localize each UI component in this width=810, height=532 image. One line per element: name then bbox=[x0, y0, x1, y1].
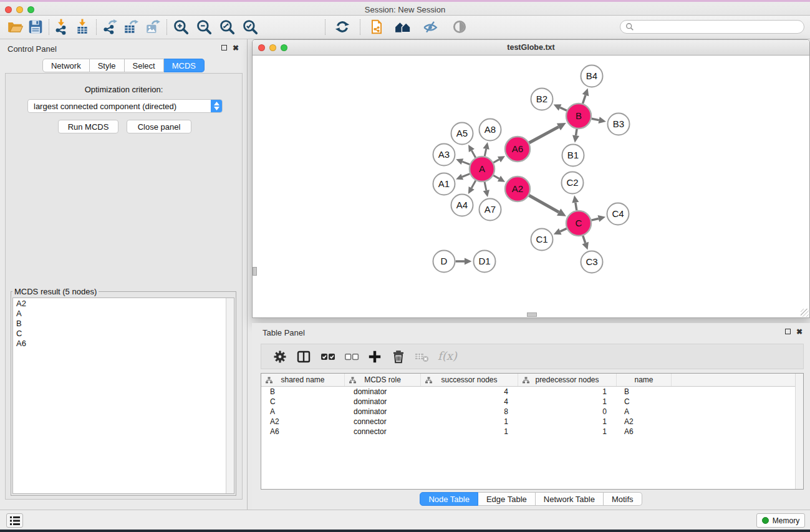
home-icon[interactable] bbox=[395, 19, 411, 35]
graph-edge-B-B4[interactable] bbox=[583, 95, 586, 104]
graph-edge-B-B3[interactable] bbox=[592, 118, 599, 120]
result-list-item[interactable]: A6 bbox=[13, 338, 234, 348]
list-icon bbox=[10, 516, 20, 525]
graph-edge-A-A6[interactable] bbox=[493, 160, 499, 163]
window-resize-grip[interactable] bbox=[801, 309, 809, 317]
app-titlebar[interactable]: Session: New Session bbox=[0, 0, 810, 16]
add-column-icon[interactable] bbox=[367, 349, 382, 364]
graph-node-label: D bbox=[441, 256, 448, 266]
graph-edge-arrowhead bbox=[572, 195, 579, 203]
graph-edge-A-A2[interactable] bbox=[493, 175, 499, 178]
table-row[interactable]: A6connector11A6 bbox=[261, 427, 803, 437]
graph-edge-A-A5[interactable] bbox=[471, 150, 475, 157]
split-columns-icon[interactable] bbox=[296, 349, 311, 364]
import-table-icon[interactable] bbox=[74, 19, 90, 35]
refresh-view-icon[interactable] bbox=[334, 19, 350, 35]
export-image-icon[interactable] bbox=[145, 19, 161, 35]
open-file-icon[interactable] bbox=[7, 19, 23, 35]
network-horizontal-scrollbar[interactable] bbox=[527, 312, 537, 317]
result-list-item[interactable]: B bbox=[13, 318, 234, 328]
graph-node-label: A6 bbox=[512, 143, 523, 154]
network-graph: B4B2BB3A8A5A6A3B1AA1C2A2A4A7C4CC1C3DD1 bbox=[253, 56, 809, 317]
column-sort-icon bbox=[425, 377, 432, 384]
result-list-item[interactable]: C bbox=[13, 328, 234, 338]
table-cell: 1 bbox=[518, 387, 617, 396]
task-history-button[interactable] bbox=[6, 513, 23, 528]
run-mcds-button[interactable]: Run MCDS bbox=[58, 120, 118, 133]
zoom-out-icon[interactable] bbox=[196, 19, 212, 35]
graph-edge-C-C1[interactable] bbox=[560, 228, 566, 231]
table-cell: C bbox=[617, 397, 672, 406]
result-list-scrollbar[interactable] bbox=[226, 298, 234, 493]
table-scrollbar[interactable] bbox=[795, 374, 803, 489]
tab-mcds[interactable]: MCDS bbox=[164, 59, 205, 72]
tab-edge-table[interactable]: Edge Table bbox=[478, 492, 536, 506]
control-panel: Control Panel ✖ Network Style Select MCD… bbox=[0, 39, 248, 510]
close-table-panel-icon[interactable]: ✖ bbox=[796, 329, 803, 336]
delete-table-icon-disabled bbox=[415, 349, 430, 364]
memory-button[interactable]: Memory bbox=[756, 513, 805, 528]
settings-gear-icon[interactable] bbox=[272, 349, 287, 364]
select-all-checked-icon[interactable] bbox=[321, 349, 335, 364]
hide-glasses-icon[interactable] bbox=[422, 19, 438, 35]
column-header-MCDS-role[interactable]: MCDS role bbox=[345, 374, 421, 386]
float-panel-icon[interactable] bbox=[220, 45, 228, 52]
float-table-panel-icon[interactable] bbox=[784, 329, 791, 336]
graph-node-label: A7 bbox=[485, 204, 496, 215]
result-list-item[interactable]: A2 bbox=[13, 298, 234, 308]
graph-edge-A-A7[interactable] bbox=[485, 182, 486, 191]
zoom-fit-icon[interactable] bbox=[219, 19, 235, 35]
import-network-icon[interactable] bbox=[53, 19, 69, 35]
lens-icon[interactable] bbox=[451, 19, 468, 35]
column-header-shared-name[interactable]: shared name bbox=[261, 374, 345, 386]
delete-column-icon[interactable] bbox=[391, 349, 406, 364]
tab-select[interactable]: Select bbox=[125, 59, 164, 72]
result-list-item[interactable]: A bbox=[13, 308, 234, 318]
mcds-result-list[interactable]: A2ABCA6 bbox=[12, 297, 234, 494]
deselect-all-icon[interactable] bbox=[344, 349, 359, 364]
column-header-successor-nodes[interactable]: successor nodes bbox=[421, 374, 518, 386]
network-canvas[interactable]: B4B2BB3A8A5A6A3B1AA1C2A2A4A7C4CC1C3DD1 bbox=[253, 56, 809, 317]
graph-edge-C-C2[interactable] bbox=[576, 203, 577, 211]
table-row[interactable]: Cdominator41C bbox=[261, 397, 803, 407]
save-session-icon[interactable] bbox=[27, 19, 44, 35]
graph-edge-A-A1[interactable] bbox=[462, 174, 470, 177]
tab-network-table[interactable]: Network Table bbox=[536, 492, 604, 506]
column-header-name[interactable]: name bbox=[617, 374, 672, 386]
graph-edge-B-B1[interactable] bbox=[576, 129, 577, 135]
tab-node-table[interactable]: Node Table bbox=[420, 492, 478, 506]
criterion-dropdown[interactable]: largest connected component (directed) bbox=[27, 99, 223, 113]
tab-style[interactable]: Style bbox=[90, 59, 125, 72]
graph-edge-C-C3[interactable] bbox=[583, 236, 586, 243]
graph-edge-A-A8[interactable] bbox=[485, 149, 486, 157]
control-panel-header: Control Panel ✖ bbox=[0, 39, 247, 57]
network-window-titlebar[interactable]: testGlobe.txt bbox=[253, 40, 809, 56]
control-panel-tabs: Network Style Select MCDS bbox=[0, 59, 247, 72]
zoom-selected-icon[interactable] bbox=[242, 19, 258, 35]
export-table-icon[interactable] bbox=[123, 19, 139, 35]
column-header-predecessor-nodes[interactable]: predecessor nodes bbox=[518, 374, 617, 386]
graph-edge-A2-C[interactable] bbox=[529, 195, 559, 212]
graph-edge-C-C4[interactable] bbox=[591, 218, 598, 220]
search-box[interactable] bbox=[620, 20, 804, 34]
table-row[interactable]: Adominator80A bbox=[261, 407, 803, 417]
table-row[interactable]: A2connector11A2 bbox=[261, 417, 803, 427]
graph-edge-B-B2[interactable] bbox=[560, 107, 567, 110]
close-panel-button[interactable]: Close panel bbox=[127, 120, 191, 133]
network-document-icon[interactable] bbox=[369, 19, 385, 35]
search-input[interactable] bbox=[634, 22, 799, 32]
close-panel-icon[interactable]: ✖ bbox=[232, 45, 239, 52]
graph-edge-A-A4[interactable] bbox=[471, 180, 476, 188]
network-vertical-scrollbar[interactable] bbox=[253, 267, 257, 276]
graph-node-label: C3 bbox=[586, 256, 597, 267]
table-row[interactable]: Bdominator41B bbox=[261, 387, 803, 397]
export-network-icon[interactable] bbox=[102, 19, 118, 35]
graph-edge-A-A3[interactable] bbox=[462, 162, 470, 165]
table-toolbar: f(x) bbox=[261, 344, 804, 369]
tab-network[interactable]: Network bbox=[42, 59, 90, 72]
table-cell: 8 bbox=[421, 407, 518, 416]
graph-edge-A6-B[interactable] bbox=[529, 127, 558, 143]
zoom-in-icon[interactable] bbox=[173, 19, 189, 35]
tab-motifs[interactable]: Motifs bbox=[604, 492, 642, 506]
table-cell: 4 bbox=[421, 387, 518, 396]
